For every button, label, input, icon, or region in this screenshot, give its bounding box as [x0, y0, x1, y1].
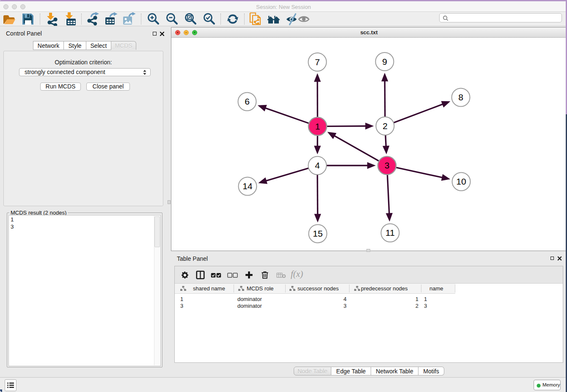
svg-text:2: 2: [383, 121, 388, 131]
svg-text:7: 7: [315, 57, 320, 67]
svg-text:1: 1: [315, 121, 320, 131]
svg-text:10: 10: [456, 177, 466, 186]
svg-text:9: 9: [382, 57, 387, 66]
svg-text:8: 8: [458, 92, 463, 102]
svg-text:14: 14: [242, 181, 253, 191]
svg-text:11: 11: [385, 228, 395, 237]
svg-text:4: 4: [315, 160, 320, 170]
svg-text:6: 6: [245, 97, 250, 106]
svg-text:15: 15: [313, 229, 322, 238]
svg-text:3: 3: [385, 160, 390, 170]
